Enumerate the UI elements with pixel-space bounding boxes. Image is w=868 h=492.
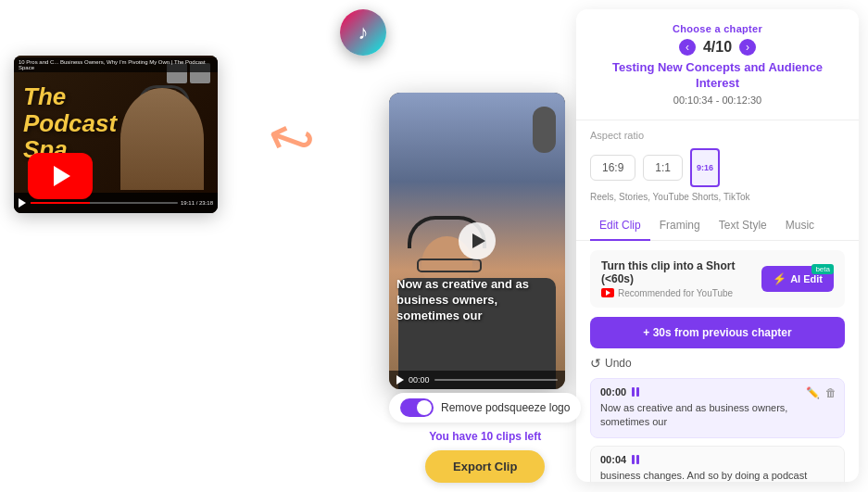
aspect-ratio-label: Aspect ratio bbox=[590, 130, 845, 141]
middle-video: Now as creative and as business owners, … bbox=[389, 93, 565, 389]
chapter-number: 4/10 bbox=[703, 39, 732, 56]
video-mic bbox=[533, 107, 556, 153]
ai-edit-subtitle: Recommended for YouTube bbox=[601, 288, 761, 298]
tab-text-style[interactable]: Text Style bbox=[710, 211, 776, 241]
person-silhouette bbox=[120, 88, 204, 190]
clip-header-2: 00:04 bbox=[600, 454, 835, 465]
main-container: ThePodcastSpa... 10 Pros and C... Busine… bbox=[0, 0, 868, 492]
video-overlay-text: Now as creative and as business owners, … bbox=[396, 277, 558, 324]
video-play-button[interactable] bbox=[459, 222, 496, 259]
ai-edit-left: Turn this clip into a Short (<60s) Recom… bbox=[601, 259, 761, 298]
tiktok-note: ♪ bbox=[359, 20, 369, 44]
clip-pause-bar-1b bbox=[636, 387, 639, 397]
undo-row[interactable]: ↺ Undo bbox=[590, 356, 845, 371]
remove-logo-toggle[interactable] bbox=[400, 398, 434, 417]
clip-pause-bar-2b bbox=[636, 455, 639, 464]
video-content: Now as creative and as business owners, … bbox=[389, 93, 565, 389]
chapter-time: 00:10:34 - 00:12:30 bbox=[595, 95, 840, 106]
undo-label: Undo bbox=[605, 357, 632, 370]
tab-music[interactable]: Music bbox=[776, 211, 824, 241]
clip-list: 00:00 ✏️ 🗑 Now as creative and as busine… bbox=[576, 378, 859, 482]
yt-progress[interactable] bbox=[31, 202, 178, 204]
chapter-title: Testing New Concepts and Audience Intere… bbox=[595, 60, 840, 92]
aspect-section: Aspect ratio 16:9 1:1 9:16 Reels, Storie… bbox=[576, 130, 859, 211]
chapter-prev-button[interactable] bbox=[679, 39, 696, 56]
video-glasses bbox=[417, 259, 482, 272]
clip-delete-icon[interactable]: 🗑 bbox=[825, 386, 837, 399]
aspect-916-button[interactable]: 9:16 bbox=[690, 148, 720, 187]
panel-header: Choose a chapter 4/10 Testing New Concep… bbox=[576, 9, 859, 120]
clip-time-1: 00:00 bbox=[600, 386, 626, 397]
yt-progress-fill bbox=[31, 202, 90, 204]
podcast-text: ThePodcastSpa... bbox=[23, 83, 117, 163]
ai-btn-wrapper: beta ⚡ AI Edit bbox=[761, 266, 834, 292]
lightning-icon: ⚡ bbox=[773, 272, 786, 285]
vid-time: 00:00 bbox=[409, 375, 430, 385]
yt-title-bar: 10 Pros and C... Business Owners, Why I'… bbox=[14, 57, 218, 72]
yt-time: 19:11 / 23:18 bbox=[181, 200, 213, 206]
chapter-next-button[interactable] bbox=[739, 39, 756, 56]
chapter-nav: 4/10 bbox=[595, 39, 840, 56]
toggle-knob bbox=[417, 400, 432, 415]
beta-badge: beta bbox=[811, 264, 834, 274]
ai-edit-title: Turn this clip into a Short (<60s) bbox=[601, 259, 761, 285]
clip-text-2: business changes. And so by doing a podc… bbox=[600, 469, 835, 482]
ai-edit-section: Turn this clip into a Short (<60s) Recom… bbox=[590, 250, 845, 308]
undo-icon: ↺ bbox=[590, 356, 601, 371]
yt-mini-icon bbox=[601, 288, 614, 297]
clip-edit-icon[interactable]: ✏️ bbox=[806, 386, 820, 399]
tab-edit-clip[interactable]: Edit Clip bbox=[590, 211, 650, 241]
toggle-row: Remove podsqueeze logo bbox=[389, 393, 581, 423]
clip-actions-1: ✏️ 🗑 bbox=[806, 386, 837, 399]
clip-header-1: 00:00 bbox=[600, 386, 835, 397]
clip-pause-bar-1a bbox=[632, 387, 635, 397]
yt-mini-triangle bbox=[606, 290, 610, 296]
tab-framing[interactable]: Framing bbox=[650, 211, 710, 241]
video-play-triangle bbox=[472, 233, 485, 248]
add-30s-button[interactable]: + 30s from previous chapter bbox=[590, 317, 845, 348]
vid-progress-bar[interactable] bbox=[434, 379, 558, 381]
arrow-graphic: ↪ bbox=[259, 101, 325, 178]
aspect-options: 16:9 1:1 9:16 bbox=[590, 148, 845, 187]
tiktok-logo: ♪ bbox=[340, 9, 386, 60]
yt-logo-triangle bbox=[54, 166, 70, 186]
toggle-label: Remove podsqueeze logo bbox=[441, 401, 570, 414]
export-button[interactable]: Export Clip bbox=[425, 450, 545, 483]
yt-logo-shape bbox=[28, 153, 93, 199]
vid-play-btn[interactable] bbox=[396, 375, 404, 385]
clip-item-1[interactable]: 00:00 ✏️ 🗑 Now as creative and as busine… bbox=[590, 378, 845, 438]
clip-text-1: Now as creative and as business owners, … bbox=[600, 401, 835, 430]
choose-chapter-label: Choose a chapter bbox=[595, 23, 840, 34]
clip-item-2[interactable]: 00:04 business changes. And so by doing … bbox=[590, 446, 845, 482]
tiktok-circle: ♪ bbox=[340, 9, 386, 56]
aspect-169-button[interactable]: 16:9 bbox=[590, 155, 635, 181]
clip-pause-bar-2a bbox=[632, 455, 635, 464]
bottom-section: Remove podsqueeze logo You have 10 clips… bbox=[389, 393, 581, 483]
video-controls: 00:00 bbox=[389, 371, 565, 389]
youtube-logo bbox=[28, 153, 93, 199]
edit-tabs: Edit Clip Framing Text Style Music bbox=[576, 211, 859, 241]
clips-left-text: You have 10 clips left bbox=[389, 430, 581, 443]
aspect-sublabel: Reels, Stories, YouTube Shorts, TikTok bbox=[590, 192, 845, 202]
yt-play-button[interactable] bbox=[19, 198, 28, 208]
clip-pause-icon-2[interactable] bbox=[632, 455, 639, 464]
divider-1 bbox=[576, 120, 859, 120]
clip-pause-icon-1[interactable] bbox=[632, 387, 639, 397]
aspect-11-button[interactable]: 1:1 bbox=[643, 155, 683, 181]
clip-time-2: 00:04 bbox=[600, 454, 626, 465]
right-panel: Choose a chapter 4/10 Testing New Concep… bbox=[576, 9, 859, 482]
